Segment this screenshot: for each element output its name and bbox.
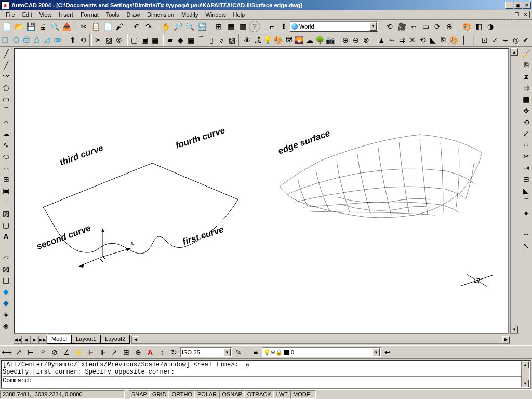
lights-button[interactable]: 💡: [263, 34, 273, 46]
dim-leader-button[interactable]: ↗: [109, 347, 120, 358]
dim-linear2-button[interactable]: ⟷: [1, 347, 12, 358]
dropdown-icon[interactable]: ▼: [373, 348, 380, 356]
layer-manager-button[interactable]: ≡: [250, 347, 261, 358]
menu-format[interactable]: Format: [77, 10, 102, 19]
mtext-button[interactable]: A: [1, 231, 12, 242]
doc-minimize-button[interactable]: _: [504, 11, 512, 18]
scroll-up-icon[interactable]: ▲: [522, 361, 529, 368]
offset-button[interactable]: ⇉: [521, 82, 532, 94]
dim-aligned-button[interactable]: ⤡: [521, 240, 532, 251]
dim-ordinate-button[interactable]: ⊢: [25, 347, 36, 358]
toggle-osnap[interactable]: OSNAP: [219, 390, 245, 399]
3dfree-button[interactable]: ⊕: [444, 21, 455, 32]
fillet-button[interactable]: ⌒: [521, 196, 532, 208]
3dface-button[interactable]: ◆: [176, 34, 185, 46]
make-block-button[interactable]: ▣: [1, 185, 12, 196]
ucs-previous-button[interactable]: ⬍: [278, 21, 289, 32]
doc-restore-button[interactable]: ❐: [513, 11, 521, 18]
materials-button[interactable]: 🎨: [273, 34, 283, 46]
properties-button[interactable]: ⊞: [213, 21, 224, 32]
polyline-button[interactable]: 〰: [1, 71, 12, 82]
toggle-polar[interactable]: POLAR: [195, 390, 219, 399]
setup-profile-button[interactable]: ▦: [150, 34, 160, 46]
ucs-combo[interactable]: World ▼: [290, 21, 378, 32]
imprint-button[interactable]: ⊡: [480, 34, 490, 46]
hide-button[interactable]: ◧: [473, 21, 484, 32]
3dwireframe-button[interactable]: ▨: [1, 263, 12, 274]
drawing-canvas[interactable]: third curve fourth curve second curve fi…: [14, 48, 509, 334]
subtract-button[interactable]: ⊖: [351, 34, 361, 46]
scale-button[interactable]: ⤢: [521, 128, 532, 139]
dim-angular-button[interactable]: ∠: [61, 347, 72, 358]
slice-button[interactable]: ✂: [94, 34, 103, 46]
mapping-button[interactable]: 🗺: [284, 34, 294, 46]
color-edge-button[interactable]: │: [470, 34, 480, 46]
close-button[interactable]: ✕: [523, 2, 531, 9]
rotate-face-button[interactable]: ⟲: [418, 34, 428, 46]
line-button[interactable]: ╱: [1, 48, 12, 59]
extrude-face-button[interactable]: ▲: [377, 34, 387, 46]
dim-radius-button[interactable]: ⌔: [37, 347, 48, 358]
move-face-button[interactable]: ↔: [387, 34, 397, 46]
toggle-lwt[interactable]: LWT: [274, 390, 290, 399]
polygon-button[interactable]: ⬠: [1, 82, 12, 94]
toggle-snap[interactable]: SNAP: [129, 390, 150, 399]
tool-palettes-button[interactable]: ▥: [237, 21, 248, 32]
scroll-right-icon[interactable]: ▶: [502, 336, 510, 343]
menu-file[interactable]: File: [2, 10, 19, 19]
clean-button[interactable]: ✓: [490, 34, 500, 46]
paste-button[interactable]: 📄: [102, 21, 113, 32]
ruled-surface-button[interactable]: ⫽: [217, 34, 227, 46]
dim-textedit-button[interactable]: ↕: [156, 347, 168, 358]
2dsolid-button[interactable]: ▰: [165, 34, 175, 46]
zoom-previous-button[interactable]: 🔙: [196, 21, 207, 32]
circle-button[interactable]: ○: [1, 116, 12, 128]
tab-layout2[interactable]: Layout2: [100, 335, 130, 344]
dim-diameter-button[interactable]: ⊘: [49, 347, 60, 358]
section-button[interactable]: ▨: [104, 34, 114, 46]
background-button[interactable]: 🌄: [294, 34, 304, 46]
revolved-surface-button[interactable]: ⌒: [196, 34, 206, 46]
plot-preview-button[interactable]: 🔍: [49, 21, 60, 32]
dim-tolerance-button[interactable]: ⊞: [121, 347, 132, 358]
offset-face-button[interactable]: ⇉: [397, 34, 407, 46]
hidden-button[interactable]: ◫: [1, 274, 12, 286]
dimstyle-button[interactable]: ✎: [233, 347, 244, 358]
scroll-left-icon[interactable]: ◀: [132, 336, 139, 343]
dim-center-button[interactable]: ⊕: [132, 347, 144, 358]
command-window[interactable]: [All/Center/Dynamic/Extents/Previous/Sca…: [1, 360, 531, 389]
color-face-button[interactable]: 🎨: [449, 34, 459, 46]
zoom-window-button[interactable]: 🔍: [184, 21, 195, 32]
edge-surface-button[interactable]: ▧: [227, 34, 237, 46]
tab-first-button[interactable]: ◀◀: [14, 336, 22, 344]
setup-view-button[interactable]: ▣: [140, 34, 150, 46]
copy-object-button[interactable]: ⎘: [521, 59, 532, 71]
3dswivel-button[interactable]: 🎥: [396, 21, 407, 32]
doc-close-button[interactable]: ✕: [522, 11, 530, 18]
chamfer-button[interactable]: ◣: [521, 185, 532, 196]
render-button[interactable]: 🎨: [461, 21, 472, 32]
menu-tools[interactable]: Tools: [102, 10, 123, 19]
menu-window[interactable]: Window: [202, 10, 229, 19]
maximize-button[interactable]: ▣: [514, 2, 522, 9]
arc-button[interactable]: ⌒: [1, 105, 12, 116]
extrude-button[interactable]: ⬆: [68, 34, 78, 46]
setup-drawing-button[interactable]: ▢: [129, 34, 139, 46]
delete-face-button[interactable]: ✕: [407, 34, 417, 46]
gouraud-shaded-button[interactable]: ◆: [1, 297, 12, 309]
spline-button[interactable]: ∿: [1, 139, 12, 151]
scroll-down-icon[interactable]: ▼: [511, 326, 518, 333]
3dclip-button[interactable]: ▭: [420, 21, 431, 32]
save-button[interactable]: 💾: [25, 21, 36, 32]
cut-button[interactable]: ✂: [78, 21, 89, 32]
check-button[interactable]: ✔: [521, 34, 531, 46]
trim-button[interactable]: ✂: [521, 151, 532, 162]
render-scene-button[interactable]: 🏞: [253, 34, 263, 46]
shade-button[interactable]: ◑: [485, 21, 496, 32]
copy-face-button[interactable]: ⎘: [438, 34, 448, 46]
explode-button[interactable]: ✦: [521, 208, 532, 219]
array-button[interactable]: ▦: [521, 94, 532, 105]
union-button[interactable]: ⊕: [341, 34, 351, 46]
help-button[interactable]: ?: [249, 21, 260, 32]
wedge-button[interactable]: [42, 34, 52, 46]
